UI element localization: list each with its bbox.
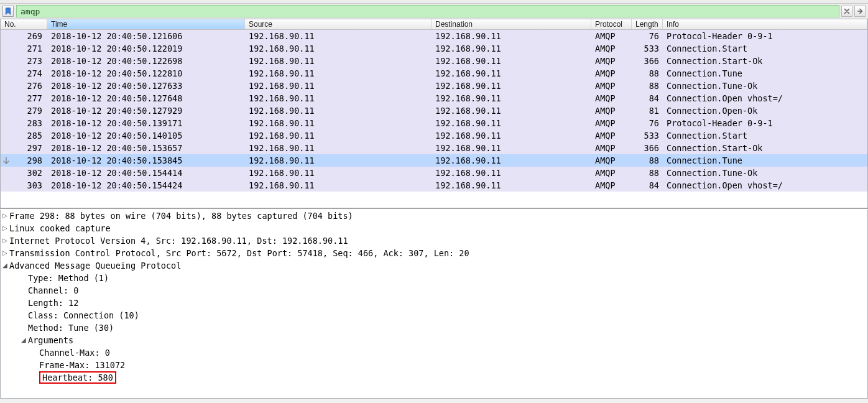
detail-method[interactable]: Method: Tune (30) bbox=[28, 322, 114, 334]
packet-destination: 192.168.90.11 bbox=[432, 179, 591, 192]
col-header-no[interactable]: No. bbox=[1, 19, 47, 29]
table-row[interactable]: 2832018-10-12 20:40:50.139171192.168.90.… bbox=[1, 117, 867, 129]
packet-length: 76 bbox=[632, 117, 663, 129]
packet-list-body[interactable]: 2692018-10-12 20:40:50.121606192.168.90.… bbox=[1, 30, 867, 192]
packet-info: Protocol-Header 0-9-1 bbox=[663, 117, 867, 129]
packet-info: Connection.Start-Ok bbox=[663, 55, 867, 67]
packet-source: 192.168.90.11 bbox=[245, 30, 432, 42]
packet-no: 276 bbox=[1, 80, 47, 92]
packet-no: 297 bbox=[1, 142, 47, 154]
col-header-length[interactable]: Length bbox=[632, 19, 663, 29]
detail-type[interactable]: Type: Method (1) bbox=[28, 272, 109, 284]
packet-time: 2018-10-12 20:40:50.121606 bbox=[47, 30, 245, 42]
packet-time: 2018-10-12 20:40:50.139171 bbox=[47, 117, 245, 129]
packet-source: 192.168.90.11 bbox=[245, 80, 432, 92]
packet-no: 302 bbox=[1, 167, 47, 179]
packet-length: 88 bbox=[632, 154, 663, 167]
packet-source: 192.168.90.11 bbox=[245, 117, 432, 129]
detail-length[interactable]: Length: 12 bbox=[28, 297, 78, 309]
packet-info: Connection.Start-Ok bbox=[663, 142, 867, 154]
packet-no: 283 bbox=[1, 117, 47, 129]
detail-class[interactable]: Class: Connection (10) bbox=[28, 309, 139, 322]
packet-info: Connection.Tune-Ok bbox=[663, 80, 867, 92]
packet-info: Protocol-Header 0-9-1 bbox=[663, 30, 867, 42]
table-row[interactable]: 2692018-10-12 20:40:50.121606192.168.90.… bbox=[1, 30, 867, 42]
packet-destination: 192.168.90.11 bbox=[432, 117, 591, 129]
packet-time: 2018-10-12 20:40:50.154414 bbox=[47, 167, 245, 179]
col-header-protocol[interactable]: Protocol bbox=[591, 19, 632, 29]
packet-source: 192.168.90.11 bbox=[245, 42, 432, 55]
packet-destination: 192.168.90.11 bbox=[432, 129, 591, 142]
detail-linux[interactable]: Linux cooked capture bbox=[9, 222, 111, 234]
packet-length: 84 bbox=[632, 92, 663, 104]
table-row[interactable]: 2792018-10-12 20:40:50.127929192.168.90.… bbox=[1, 104, 867, 117]
detail-channel-max[interactable]: Channel-Max: 0 bbox=[39, 346, 110, 359]
packet-no: 303 bbox=[1, 179, 47, 192]
packet-no: 271 bbox=[1, 42, 47, 55]
table-row[interactable]: 2972018-10-12 20:40:50.153657192.168.90.… bbox=[1, 142, 867, 154]
bookmark-filter-icon[interactable] bbox=[2, 6, 14, 17]
packet-length: 366 bbox=[632, 55, 663, 67]
col-header-destination[interactable]: Destination bbox=[432, 19, 591, 29]
packet-protocol: AMQP bbox=[591, 167, 632, 179]
packet-length: 533 bbox=[632, 42, 663, 55]
collapse-icon[interactable]: ◢ bbox=[1, 259, 9, 272]
table-row[interactable]: 3022018-10-12 20:40:50.154414192.168.90.… bbox=[1, 167, 867, 179]
detail-ip[interactable]: Internet Protocol Version 4, Src: 192.16… bbox=[9, 234, 348, 247]
detail-arguments[interactable]: Arguments bbox=[28, 334, 73, 346]
packet-info: Connection.Tune bbox=[663, 154, 867, 167]
apply-filter-button[interactable] bbox=[854, 6, 866, 17]
packet-destination: 192.168.90.11 bbox=[432, 55, 591, 67]
packet-protocol: AMQP bbox=[591, 104, 632, 117]
clear-filter-button[interactable] bbox=[841, 6, 852, 17]
expand-icon[interactable]: ▷ bbox=[1, 222, 9, 234]
expand-icon[interactable]: ▷ bbox=[1, 234, 9, 247]
packet-destination: 192.168.90.11 bbox=[432, 167, 591, 179]
packet-time: 2018-10-12 20:40:50.153657 bbox=[47, 142, 245, 154]
packet-length: 76 bbox=[632, 30, 663, 42]
packet-source: 192.168.90.11 bbox=[245, 154, 432, 167]
packet-details-pane[interactable]: ▷Frame 298: 88 bytes on wire (704 bits),… bbox=[0, 210, 868, 399]
packet-source: 192.168.90.11 bbox=[245, 92, 432, 104]
packet-no: 285 bbox=[1, 129, 47, 142]
col-header-source[interactable]: Source bbox=[245, 19, 432, 29]
detail-amqp[interactable]: Advanced Message Queueing Protocol bbox=[9, 259, 181, 272]
packet-protocol: AMQP bbox=[591, 55, 632, 67]
detail-frame-max[interactable]: Frame-Max: 131072 bbox=[39, 359, 125, 371]
table-row[interactable]: 2852018-10-12 20:40:50.140105192.168.90.… bbox=[1, 129, 867, 142]
packet-no: 298 bbox=[1, 154, 47, 167]
packet-source: 192.168.90.11 bbox=[245, 129, 432, 142]
detail-heartbeat[interactable]: Heartbeat: 580 bbox=[39, 371, 116, 384]
detail-tcp[interactable]: Transmission Control Protocol, Src Port:… bbox=[9, 247, 469, 259]
packet-protocol: AMQP bbox=[591, 42, 632, 55]
packet-protocol: AMQP bbox=[591, 129, 632, 142]
table-row[interactable]: 2732018-10-12 20:40:50.122698192.168.90.… bbox=[1, 55, 867, 67]
expand-icon[interactable]: ▷ bbox=[1, 247, 9, 259]
table-row[interactable]: 2762018-10-12 20:40:50.127633192.168.90.… bbox=[1, 80, 867, 92]
table-row[interactable]: 2982018-10-12 20:40:50.153845192.168.90.… bbox=[1, 154, 867, 167]
table-row[interactable]: 3032018-10-12 20:40:50.154424192.168.90.… bbox=[1, 179, 867, 192]
packet-protocol: AMQP bbox=[591, 154, 632, 167]
table-row[interactable]: 2772018-10-12 20:40:50.127648192.168.90.… bbox=[1, 92, 867, 104]
collapse-icon[interactable]: ◢ bbox=[19, 334, 28, 346]
packet-length: 84 bbox=[632, 179, 663, 192]
table-row[interactable]: 2712018-10-12 20:40:50.122019192.168.90.… bbox=[1, 42, 867, 55]
packet-info: Connection.Open-Ok bbox=[663, 104, 867, 117]
col-header-time[interactable]: Time bbox=[47, 19, 245, 29]
detail-frame[interactable]: Frame 298: 88 bytes on wire (704 bits), … bbox=[9, 210, 353, 222]
packet-no: 277 bbox=[1, 92, 47, 104]
display-filter-bar bbox=[0, 4, 868, 19]
packet-list-pane: No. Time Source Destination Protocol Len… bbox=[0, 19, 868, 208]
table-row[interactable]: 2742018-10-12 20:40:50.122810192.168.90.… bbox=[1, 67, 867, 80]
packet-protocol: AMQP bbox=[591, 67, 632, 80]
packet-length: 88 bbox=[632, 67, 663, 80]
packet-destination: 192.168.90.11 bbox=[432, 80, 591, 92]
col-header-info[interactable]: Info bbox=[663, 19, 867, 29]
packet-destination: 192.168.90.11 bbox=[432, 104, 591, 117]
packet-length: 366 bbox=[632, 142, 663, 154]
expand-icon[interactable]: ▷ bbox=[1, 210, 9, 222]
packet-info: Connection.Start bbox=[663, 42, 867, 55]
packet-protocol: AMQP bbox=[591, 117, 632, 129]
detail-channel[interactable]: Channel: 0 bbox=[28, 284, 78, 297]
display-filter-input[interactable] bbox=[16, 5, 839, 17]
